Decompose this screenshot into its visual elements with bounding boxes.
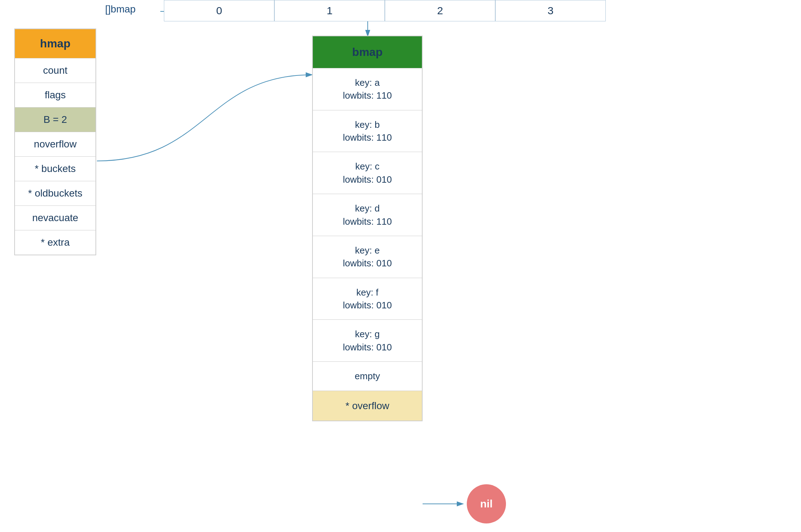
bmap-empty: empty	[313, 362, 422, 391]
bmap-entry-2: key: clowbits: 010	[313, 152, 422, 194]
hmap-field-extra: * extra	[15, 230, 95, 255]
nil-circle: nil	[467, 484, 506, 523]
bmap-array-label: []bmap	[105, 4, 136, 15]
bmap-entry-3: key: dlowbits: 110	[313, 194, 422, 236]
nil-label: nil	[480, 498, 493, 510]
hmap-field-count: count	[15, 58, 95, 83]
hmap-field-buckets: * buckets	[15, 157, 95, 181]
hmap-field-flags: flags	[15, 83, 95, 108]
bmap-entry-1: key: blowbits: 110	[313, 110, 422, 152]
hmap-title: hmap	[15, 29, 95, 58]
array-headers: 0 1 2 3	[164, 0, 606, 21]
bmap-struct: bmap key: alowbits: 110 key: blowbits: 1…	[312, 36, 423, 421]
array-index-3: 3	[495, 0, 606, 21]
array-index-0: 0	[164, 0, 274, 21]
bmap-overflow: * overflow	[313, 391, 422, 421]
bmap-entry-5: key: flowbits: 010	[313, 278, 422, 320]
hmap-field-oldbuckets: * oldbuckets	[15, 181, 95, 206]
hmap-field-b: B = 2	[15, 108, 95, 132]
bmap-title: bmap	[313, 36, 422, 68]
hmap-field-nevacuate: nevacuate	[15, 206, 95, 230]
array-index-1: 1	[274, 0, 385, 21]
bmap-entry-4: key: elowbits: 010	[313, 236, 422, 278]
array-index-2: 2	[385, 0, 495, 21]
hmap-struct: hmap count flags B = 2 noverflow * bucke…	[14, 28, 96, 255]
hmap-field-noverflow: noverflow	[15, 132, 95, 157]
bmap-entry-0: key: alowbits: 110	[313, 68, 422, 110]
bmap-entry-6: key: glowbits: 010	[313, 320, 422, 362]
